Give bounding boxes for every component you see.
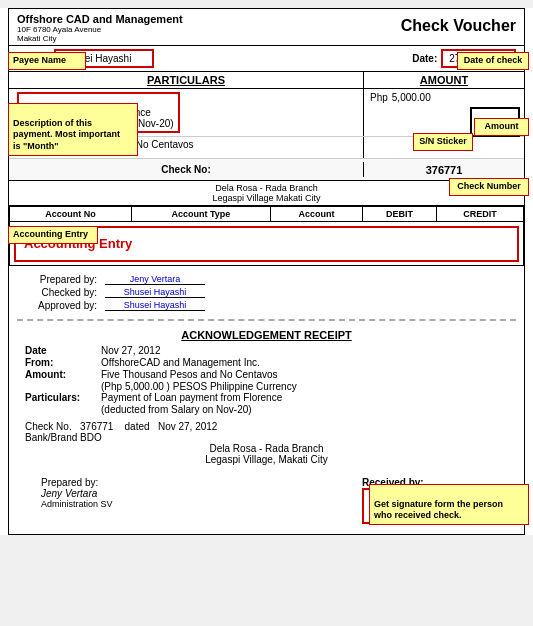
th-account-no: Account No [10, 207, 132, 222]
company-name: Offshore CAD and Management [17, 13, 183, 25]
check-voucher: Offshore CAD and Management 10F 6780 Aya… [8, 8, 525, 535]
table-header: PARTICULARS AMOUNT [9, 72, 524, 89]
amount-currency: Php [370, 92, 388, 103]
ack-from-label: From: [25, 357, 97, 368]
ack-amount-row: Amount: Five Thousand Pesos and No Centa… [25, 369, 508, 380]
payee-row: Payee Shusei Hayashi Date: 27 Nov, 2012 [9, 46, 524, 72]
bottom-sig-prepared-block: Prepared by: Jeny Vertara Administration… [41, 477, 113, 524]
amount-value: 5,000.00 [392, 92, 431, 103]
company-info: Offshore CAD and Management 10F 6780 Aya… [17, 13, 183, 43]
checkno-value: 376771 [364, 162, 524, 178]
dashed-separator [17, 319, 516, 321]
annotation-amount: Amount [474, 118, 529, 136]
amount-php-row: Php 5,000.00 [370, 92, 518, 103]
ack-bank-row: Bank/Brand BDO [25, 432, 508, 443]
bottom-prepared-name: Jeny Vertara [41, 488, 113, 499]
annotation-check-number: Check Number [449, 178, 529, 196]
ack-bank-label: Bank/Brand BDO [25, 432, 102, 443]
th-credit: CREDIT [436, 207, 523, 222]
ack-check-no-value: 376771 [80, 421, 113, 432]
ack-bank-branch: Dela Rosa - Rada Branch [25, 443, 508, 454]
company-address-2: Makati City [17, 34, 183, 43]
annotation-payee-name: Payee Name [8, 52, 86, 70]
th-account: Account [270, 207, 362, 222]
bottom-prepared-label: Prepared by: [41, 477, 113, 488]
page-wrapper: Payee Name Date of check Description of … [0, 8, 533, 535]
checkno-label: Check No: [9, 162, 364, 177]
ack-from-value: OffshoreCAD and Management Inc. [101, 357, 260, 368]
th-particulars: PARTICULARS [9, 72, 364, 88]
ack-title: ACKNOWLEDGEMENT RECEIPT [25, 329, 508, 341]
sig-approved-value: Shusei Hayashi [105, 300, 205, 311]
th-amount: AMOUNT [364, 72, 524, 88]
voucher-title: Check Voucher [401, 13, 516, 35]
annotation-date-of-check: Date of check [457, 52, 529, 70]
annotation-get-signature: Get signature form the person who receiv… [369, 484, 529, 525]
ack-check-no-label: Check No. [25, 421, 72, 432]
ack-from-row: From: OffshoreCAD and Management Inc. [25, 357, 508, 368]
annotation-sn-sticker: S/N Sticker [413, 133, 473, 151]
ack-particulars-label: Particulars: [25, 392, 97, 403]
bank-address: Legaspi Village Makati City [213, 193, 321, 203]
ack-date-row: Date Nov 27, 2012 [25, 345, 508, 356]
ack-date-label: Date [25, 345, 97, 356]
ack-dated-value: Nov 27, 2012 [158, 421, 218, 432]
sig-prepared-label: Prepared by: [17, 274, 97, 285]
sig-prepared-value: Jeny Vertara [105, 274, 205, 285]
bottom-prepared-title: Administration SV [41, 499, 113, 509]
ack-check-row: Check No. 376771 dated Nov 27, 2012 [25, 421, 508, 432]
ack-bank-address: Legaspi Village, Makati City [25, 454, 508, 465]
sig-checked-label: Checked by: [17, 287, 97, 298]
sig-checked-value: Shusei Hayashi [105, 287, 205, 298]
annotation-description: Description of this payment. Most import… [8, 103, 138, 156]
ack-particulars-row: Particulars: Payment of Loan payment fro… [25, 392, 508, 403]
ack-particulars-value: Payment of Loan payment from Florence [101, 392, 282, 403]
sig-row-prepared: Prepared by: Jeny Vertara [17, 274, 516, 285]
signatures-section: Prepared by: Jeny Vertara Checked by: Sh… [9, 266, 524, 315]
company-address-1: 10F 6780 Ayala Avenue [17, 25, 183, 34]
bank-row: Dela Rosa - Rada Branch Legaspi Village … [9, 181, 524, 206]
bank-name: Dela Rosa - Rada Branch [215, 183, 318, 193]
annotation-accounting-entry: Accounting Entry [8, 226, 98, 244]
voucher-header: Offshore CAD and Management 10F 6780 Aya… [9, 9, 524, 46]
ack-dated-label: dated [125, 421, 150, 432]
ack-amount-value: Five Thousand Pesos and No Centavos [101, 369, 278, 380]
date-label: Date: [412, 53, 437, 64]
ack-amount-php: (Php 5,000.00 ) PESOS Philippine Currenc… [25, 381, 508, 392]
th-debit: DEBIT [363, 207, 437, 222]
ack-date-value: Nov 27, 2012 [101, 345, 161, 356]
sig-row-approved: Approved by: Shusei Hayashi [17, 300, 516, 311]
checkno-row: Check No: 376771 [9, 159, 524, 181]
th-account-type: Account Type [131, 207, 270, 222]
ack-particulars-indent: (deducted from Salary on Nov-20) [25, 404, 508, 415]
ack-amount-label: Amount: [25, 369, 97, 380]
sig-approved-label: Approved by: [17, 300, 97, 311]
sig-row-checked: Checked by: Shusei Hayashi [17, 287, 516, 298]
